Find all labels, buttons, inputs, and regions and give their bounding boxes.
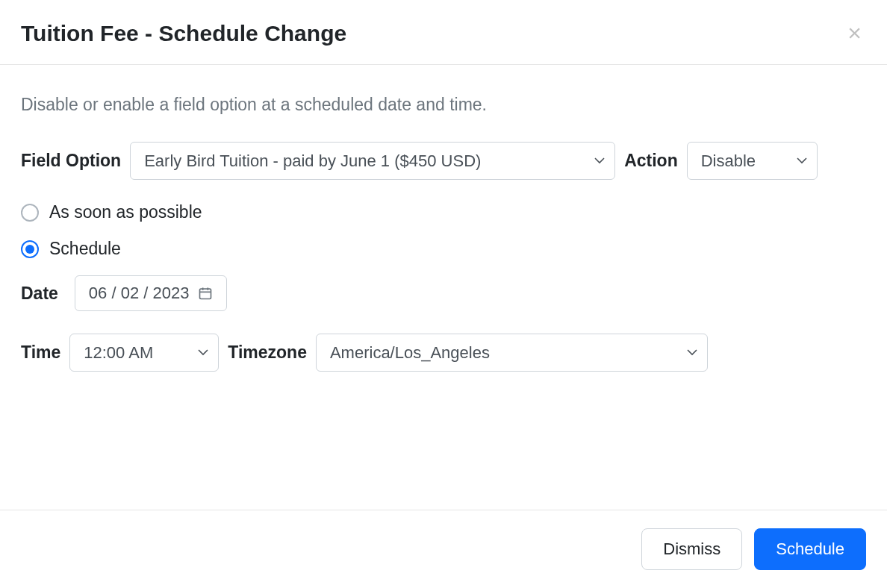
svg-rect-0 bbox=[200, 289, 211, 298]
date-label: Date bbox=[21, 284, 58, 304]
field-action-row: Field Option Early Bird Tuition - paid b… bbox=[21, 142, 866, 180]
calendar-icon bbox=[198, 286, 213, 301]
dismiss-button[interactable]: Dismiss bbox=[641, 528, 742, 570]
date-input[interactable]: 06 / 02 / 2023 bbox=[75, 275, 228, 311]
radio-button-icon bbox=[21, 204, 39, 222]
radio-button-icon bbox=[21, 240, 39, 258]
date-row: Date 06 / 02 / 2023 bbox=[21, 275, 866, 311]
field-option-select-wrap: Early Bird Tuition - paid by June 1 ($45… bbox=[130, 142, 615, 180]
action-select[interactable]: Disable bbox=[687, 142, 818, 180]
action-select-wrap: Disable bbox=[687, 142, 818, 180]
modal-footer: Dismiss Schedule bbox=[0, 510, 887, 588]
modal-body: Disable or enable a field option at a sc… bbox=[0, 65, 887, 510]
modal-title: Tuition Fee - Schedule Change bbox=[21, 21, 346, 46]
timezone-label: Timezone bbox=[228, 343, 307, 363]
modal-header: Tuition Fee - Schedule Change × bbox=[0, 0, 887, 65]
action-label: Action bbox=[624, 151, 678, 171]
field-option-select[interactable]: Early Bird Tuition - paid by June 1 ($45… bbox=[130, 142, 615, 180]
time-select[interactable]: 12:00 AM bbox=[69, 334, 219, 372]
close-button[interactable]: × bbox=[843, 21, 866, 45]
radio-schedule[interactable]: Schedule bbox=[21, 239, 866, 259]
time-label: Time bbox=[21, 343, 60, 363]
field-option-label: Field Option bbox=[21, 151, 121, 171]
modal-description: Disable or enable a field option at a sc… bbox=[21, 95, 866, 115]
timing-radio-group: As soon as possible Schedule bbox=[21, 202, 866, 259]
time-select-wrap: 12:00 AM bbox=[69, 334, 219, 372]
time-row: Time 12:00 AM Timezone America/Los_Angel… bbox=[21, 334, 866, 372]
timezone-select-wrap: America/Los_Angeles bbox=[316, 334, 708, 372]
radio-schedule-label: Schedule bbox=[49, 239, 121, 259]
timezone-select[interactable]: America/Los_Angeles bbox=[316, 334, 708, 372]
schedule-button[interactable]: Schedule bbox=[754, 528, 866, 570]
close-icon: × bbox=[847, 19, 862, 46]
date-value: 06 / 02 / 2023 bbox=[89, 284, 190, 303]
radio-asap-label: As soon as possible bbox=[49, 202, 202, 222]
radio-asap[interactable]: As soon as possible bbox=[21, 202, 866, 222]
schedule-change-modal: Tuition Fee - Schedule Change × Disable … bbox=[0, 0, 887, 588]
